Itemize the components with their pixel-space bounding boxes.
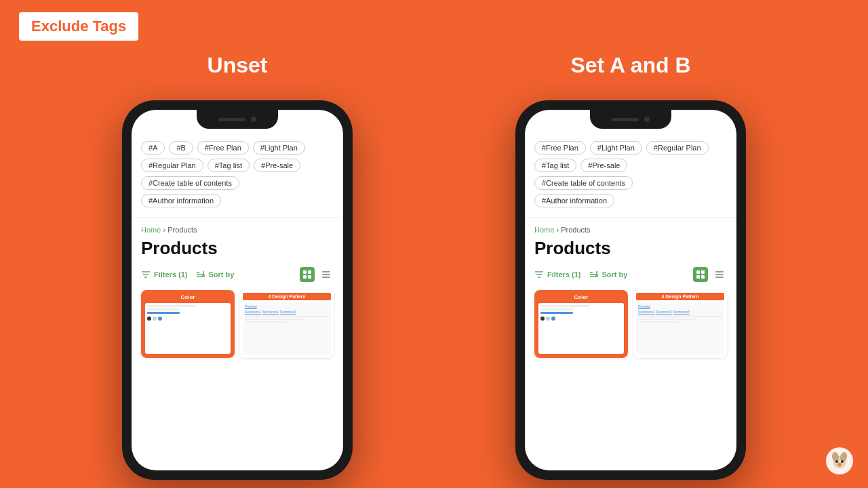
tag-chip: #Light Plan xyxy=(590,141,642,155)
tag-chip: #Tag list xyxy=(208,159,250,172)
svg-point-24 xyxy=(835,460,838,463)
design-card-thumb: 4 Design Pattern Preview Sentence1 Sente… xyxy=(240,290,334,358)
svg-rect-16 xyxy=(701,275,705,279)
tag-chip: #Pre-sale xyxy=(580,159,627,172)
notch-dot xyxy=(251,117,256,122)
tag-chip: #Light Plan xyxy=(253,141,305,155)
left-phone-content: #A #B #Free Plan #Light Plan #Regular Pl… xyxy=(132,129,343,470)
svg-rect-15 xyxy=(696,275,700,279)
list-icon xyxy=(321,270,331,279)
filter-icon xyxy=(141,270,151,279)
grid-icon xyxy=(302,270,312,279)
right-phone-content: #Free Plan #Light Plan #Regular Plan #Ta… xyxy=(525,129,736,470)
product-card-design[interactable]: 4 Design Pattern Preview Sentence1 Sente… xyxy=(240,290,334,358)
thumb-circle xyxy=(551,317,555,321)
design-link: Sentence3 xyxy=(673,310,690,314)
tag-chip: #Tag list xyxy=(534,159,576,172)
right-toolbar: Filters (1) Sort by xyxy=(525,264,736,287)
filters-label: Filters (1) xyxy=(154,270,188,279)
right-color-thumb-title: Color xyxy=(574,294,589,300)
setab-heading: Set A and B xyxy=(515,53,746,78)
color-thumb-bg: Color xyxy=(141,290,235,358)
svg-rect-13 xyxy=(696,270,700,274)
thumb-line xyxy=(540,312,573,314)
color-thumb-content xyxy=(145,303,231,354)
right-color-card-thumb: Color xyxy=(534,290,628,358)
thumb-line xyxy=(540,308,573,310)
product-card-color[interactable]: Color xyxy=(141,290,235,358)
filters-label: Filters (1) xyxy=(547,270,581,279)
thumb-circle xyxy=(546,317,550,321)
tags-row-4: #Author information xyxy=(534,194,727,207)
svg-rect-3 xyxy=(303,270,307,274)
tag-chip: #Free Plan xyxy=(197,141,249,155)
right-design-header: 4 Design Pattern xyxy=(636,293,724,300)
right-design-card-thumb: 4 Design Pattern Preview Sentence1 Sente… xyxy=(633,290,727,358)
right-product-card-color[interactable]: Color xyxy=(534,290,628,358)
tag-chip: #Create table of contents xyxy=(141,176,239,190)
right-color-thumb-bg: Color xyxy=(534,290,628,358)
thumb-line xyxy=(147,312,180,314)
right-grid-view-button[interactable] xyxy=(693,267,708,282)
right-phone-screen: #Free Plan #Light Plan #Regular Plan #Ta… xyxy=(525,110,736,470)
left-sort-button[interactable]: Sort by xyxy=(196,270,235,279)
dog-mascot-icon xyxy=(825,446,854,476)
design-text-line xyxy=(638,319,697,320)
design-link: Preview xyxy=(245,304,257,308)
svg-rect-17 xyxy=(715,271,724,272)
right-design-thumb-bg: 4 Design Pattern Preview Sentence1 Sente… xyxy=(633,290,727,358)
right-filters-button[interactable]: Filters (1) xyxy=(534,270,581,279)
left-tags-section: #A #B #Free Plan #Light Plan #Regular Pl… xyxy=(132,129,343,218)
sort-icon xyxy=(196,270,205,279)
sort-icon xyxy=(589,270,599,279)
thumb-circle xyxy=(158,317,162,321)
design-link: Sentence1 xyxy=(245,310,261,314)
thumb-line xyxy=(540,305,589,307)
left-phone-screen: #A #B #Free Plan #Light Plan #Regular Pl… xyxy=(132,110,343,470)
right-tags-section: #Free Plan #Light Plan #Regular Plan #Ta… xyxy=(525,129,736,218)
design-text-line xyxy=(638,316,722,317)
breadcrumb-home[interactable]: Home xyxy=(534,226,554,234)
left-product-grid: Color xyxy=(132,287,343,358)
svg-rect-5 xyxy=(303,275,307,279)
design-link: Preview xyxy=(638,304,650,308)
tag-chip: #Free Plan xyxy=(534,141,586,155)
tags-row-3: #Create table of contents xyxy=(534,176,727,190)
color-card-thumb: Color xyxy=(141,290,235,358)
right-sort-button[interactable]: Sort by xyxy=(589,270,628,279)
left-phone: #A #B #Free Plan #Light Plan #Regular Pl… xyxy=(122,100,353,480)
thumb-line xyxy=(147,308,180,310)
breadcrumb-home[interactable]: Home xyxy=(141,226,161,234)
design-link: Sentence3 xyxy=(280,310,296,314)
thumb-circle xyxy=(153,317,157,321)
grid-view-button[interactable] xyxy=(300,267,315,282)
design-thumb-bg: 4 Design Pattern Preview Sentence1 Sente… xyxy=(240,290,334,358)
design-text-lines xyxy=(245,316,329,323)
right-product-grid: Color xyxy=(525,287,736,358)
tag-chip: #Author information xyxy=(534,194,614,207)
left-notch xyxy=(197,110,278,129)
svg-rect-7 xyxy=(322,271,330,272)
list-view-button[interactable] xyxy=(319,267,334,282)
left-toolbar: Filters (1) Sort by xyxy=(132,264,343,287)
list-icon xyxy=(715,270,724,279)
exclude-tags-label: Exclude Tags xyxy=(19,12,138,41)
right-list-view-button[interactable] xyxy=(712,267,727,282)
svg-rect-6 xyxy=(308,275,311,279)
tags-row-1: #A #B #Free Plan #Light Plan xyxy=(141,141,334,155)
thumb-circle xyxy=(147,317,151,321)
design-link: Sentence1 xyxy=(638,310,654,314)
left-filters-button[interactable]: Filters (1) xyxy=(141,270,188,279)
right-product-card-design[interactable]: 4 Design Pattern Preview Sentence1 Sente… xyxy=(633,290,727,358)
tags-row-4: #Author information xyxy=(141,194,334,207)
thumb-circles xyxy=(147,317,229,321)
right-page-title: Products xyxy=(525,237,736,264)
design-text-line xyxy=(245,316,329,317)
tags-row-2: #Tag list #Pre-sale xyxy=(534,159,727,172)
breadcrumb-current: Products xyxy=(561,226,590,234)
design-link: Sentence2 xyxy=(656,310,672,314)
notch-dot xyxy=(644,117,650,122)
svg-rect-9 xyxy=(322,277,330,278)
design-text-line xyxy=(245,319,304,320)
right-notch xyxy=(590,110,671,129)
